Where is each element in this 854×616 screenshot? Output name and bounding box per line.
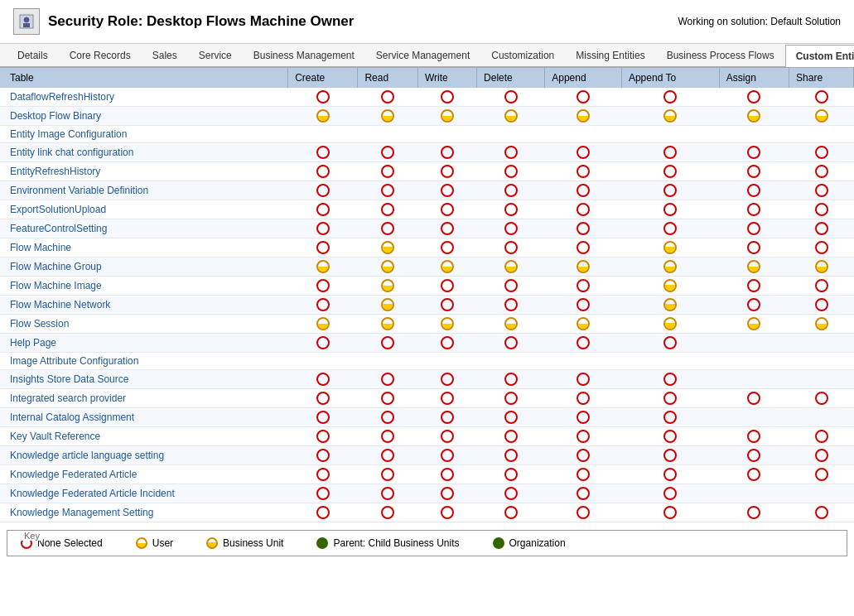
perm-none-icon[interactable] <box>815 203 828 216</box>
perm-none-icon[interactable] <box>747 184 760 197</box>
perm-none-icon[interactable] <box>441 411 454 424</box>
perm-none-icon[interactable] <box>663 430 677 443</box>
perm-user-icon[interactable] <box>747 109 760 123</box>
perm-none-icon[interactable] <box>663 336 677 349</box>
tab-core-records[interactable]: Core Records <box>59 44 142 66</box>
perm-none-icon[interactable] <box>663 449 677 462</box>
perm-none-icon[interactable] <box>747 146 760 159</box>
perm-none-icon[interactable] <box>441 298 454 311</box>
perm-none-icon[interactable] <box>747 222 760 235</box>
perm-none-icon[interactable] <box>441 184 454 197</box>
perm-none-icon[interactable] <box>577 222 590 235</box>
perm-none-icon[interactable] <box>381 392 394 405</box>
perm-user-icon[interactable] <box>577 109 590 123</box>
perm-none-icon[interactable] <box>316 298 330 311</box>
perm-none-icon[interactable] <box>316 449 330 462</box>
perm-user-icon[interactable] <box>381 260 394 273</box>
perm-none-icon[interactable] <box>663 90 677 103</box>
perm-user-icon[interactable] <box>441 260 454 273</box>
perm-none-icon[interactable] <box>316 506 330 519</box>
perm-none-icon[interactable] <box>663 222 677 235</box>
perm-none-icon[interactable] <box>504 298 518 311</box>
perm-none-icon[interactable] <box>815 165 828 178</box>
perm-none-icon[interactable] <box>663 411 677 424</box>
tab-business-management[interactable]: Business Management <box>243 44 365 66</box>
perm-none-icon[interactable] <box>747 165 760 178</box>
perm-none-icon[interactable] <box>381 336 394 349</box>
permissions-table-container[interactable]: TableCreateReadWriteDeleteAppendAppend T… <box>0 68 854 525</box>
perm-none-icon[interactable] <box>747 468 760 481</box>
perm-none-icon[interactable] <box>381 430 394 443</box>
perm-none-icon[interactable] <box>663 506 677 519</box>
perm-none-icon[interactable] <box>577 146 590 159</box>
perm-none-icon[interactable] <box>504 411 518 424</box>
perm-none-icon[interactable] <box>504 241 518 254</box>
tab-business-process-flows[interactable]: Business Process Flows <box>656 44 785 66</box>
perm-user-icon[interactable] <box>381 317 394 330</box>
perm-none-icon[interactable] <box>504 468 518 481</box>
tab-custom-entities[interactable]: Custom Entities <box>785 45 854 67</box>
perm-none-icon[interactable] <box>577 184 590 197</box>
perm-none-icon[interactable] <box>663 468 677 481</box>
perm-none-icon[interactable] <box>663 165 677 178</box>
perm-none-icon[interactable] <box>747 203 760 216</box>
perm-none-icon[interactable] <box>441 392 454 405</box>
perm-user-icon[interactable] <box>663 109 677 123</box>
perm-none-icon[interactable] <box>577 298 590 311</box>
perm-none-icon[interactable] <box>815 222 828 235</box>
perm-none-icon[interactable] <box>316 279 330 292</box>
perm-user-icon[interactable] <box>815 260 828 273</box>
perm-user-icon[interactable] <box>815 109 828 123</box>
perm-bu-icon[interactable] <box>663 241 677 254</box>
perm-none-icon[interactable] <box>441 241 454 254</box>
perm-none-icon[interactable] <box>316 468 330 481</box>
perm-none-icon[interactable] <box>316 373 330 386</box>
perm-none-icon[interactable] <box>577 392 590 405</box>
perm-none-icon[interactable] <box>381 449 394 462</box>
perm-none-icon[interactable] <box>577 430 590 443</box>
perm-none-icon[interactable] <box>441 336 454 349</box>
perm-none-icon[interactable] <box>316 165 330 178</box>
perm-none-icon[interactable] <box>441 279 454 292</box>
perm-none-icon[interactable] <box>663 392 677 405</box>
perm-none-icon[interactable] <box>747 392 760 405</box>
perm-none-icon[interactable] <box>815 146 828 159</box>
perm-user-icon[interactable] <box>504 260 518 273</box>
perm-user-icon[interactable] <box>747 317 760 330</box>
perm-user-icon[interactable] <box>316 260 330 273</box>
perm-none-icon[interactable] <box>815 449 828 462</box>
perm-user-icon[interactable] <box>381 279 394 292</box>
perm-none-icon[interactable] <box>504 203 518 216</box>
tab-service[interactable]: Service <box>188 44 243 66</box>
perm-user-icon[interactable] <box>441 109 454 123</box>
perm-user-icon[interactable] <box>577 317 590 330</box>
perm-none-icon[interactable] <box>747 298 760 311</box>
perm-none-icon[interactable] <box>815 506 828 519</box>
perm-bu-icon[interactable] <box>663 298 677 311</box>
perm-none-icon[interactable] <box>504 184 518 197</box>
perm-none-icon[interactable] <box>381 222 394 235</box>
perm-none-icon[interactable] <box>815 279 828 292</box>
perm-none-icon[interactable] <box>747 279 760 292</box>
perm-none-icon[interactable] <box>316 392 330 405</box>
perm-none-icon[interactable] <box>815 430 828 443</box>
perm-none-icon[interactable] <box>381 165 394 178</box>
perm-none-icon[interactable] <box>504 430 518 443</box>
perm-none-icon[interactable] <box>663 373 677 386</box>
perm-none-icon[interactable] <box>815 468 828 481</box>
perm-none-icon[interactable] <box>441 90 454 103</box>
perm-bu-icon[interactable] <box>663 317 677 330</box>
perm-none-icon[interactable] <box>441 203 454 216</box>
perm-none-icon[interactable] <box>815 298 828 311</box>
perm-none-icon[interactable] <box>747 241 760 254</box>
perm-none-icon[interactable] <box>316 336 330 349</box>
perm-none-icon[interactable] <box>663 146 677 159</box>
perm-none-icon[interactable] <box>381 184 394 197</box>
perm-none-icon[interactable] <box>316 430 330 443</box>
perm-none-icon[interactable] <box>316 487 330 500</box>
perm-none-icon[interactable] <box>577 449 590 462</box>
perm-user-icon[interactable] <box>504 317 518 330</box>
perm-none-icon[interactable] <box>441 373 454 386</box>
perm-none-icon[interactable] <box>577 336 590 349</box>
perm-none-icon[interactable] <box>747 449 760 462</box>
